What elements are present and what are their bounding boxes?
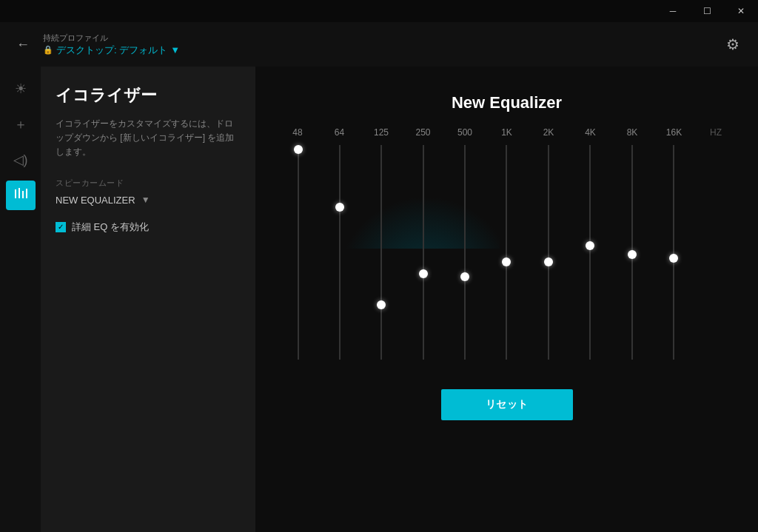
eq-sliders-area <box>278 138 737 367</box>
svg-rect-2 <box>22 191 24 198</box>
reset-button[interactable]: リセット <box>441 389 573 420</box>
speaker-mode-label: スピーカームード <box>56 178 241 189</box>
freq-label-hz: HZ <box>696 127 737 138</box>
slider-track-48hz <box>298 145 299 360</box>
slider-thumb-4khz[interactable] <box>586 241 594 250</box>
slider-48hz[interactable] <box>278 138 319 367</box>
frequency-labels: 48 64 125 250 500 1K 2K 4K 8K 16K HZ <box>278 127 737 138</box>
close-button[interactable]: ✕ <box>724 0 758 22</box>
slider-thumb-48hz[interactable] <box>294 145 303 154</box>
maximize-button[interactable]: ☐ <box>690 0 724 22</box>
plus-icon: ＋ <box>14 115 27 133</box>
eq-preset-title: New Equalizer <box>452 93 562 112</box>
slider-track-125hz <box>380 145 382 360</box>
slider-thumb-250hz[interactable] <box>419 269 428 278</box>
slider-64hz[interactable] <box>319 138 360 367</box>
profile-section: 持続プロファイル 🔒 デスクトップ: デフォルト ▼ <box>43 33 180 57</box>
sidebar-item-add[interactable]: ＋ <box>6 110 36 139</box>
slider-track-4khz <box>589 145 591 360</box>
profile-name-button[interactable]: 🔒 デスクトップ: デフォルト ▼ <box>43 44 180 57</box>
freq-label-16k: 16K <box>654 127 694 138</box>
slider-16khz[interactable] <box>653 138 694 367</box>
svg-rect-0 <box>15 189 16 198</box>
slider-2khz[interactable] <box>528 138 569 367</box>
sidebar-item-equalizer[interactable] <box>6 181 36 210</box>
back-button[interactable]: ← <box>12 33 34 55</box>
mode-value-text: NEW EQUALIZER <box>56 195 135 206</box>
slider-4khz[interactable] <box>569 138 611 367</box>
slider-track-500hz <box>464 145 466 360</box>
freq-label-8k: 8K <box>612 127 653 138</box>
panel-description: イコライザーをカスタマイズするには、ドロップダウンから [新しいイコライザー] … <box>56 117 241 160</box>
profile-chevron-icon: ▼ <box>170 44 180 55</box>
slider-track-2khz <box>548 145 549 360</box>
slider-250hz[interactable] <box>403 138 444 367</box>
settings-button[interactable]: ⚙ <box>720 31 746 58</box>
sidebar-item-audio[interactable]: ◁) <box>6 145 36 175</box>
slider-8khz[interactable] <box>611 138 652 367</box>
svg-rect-1 <box>19 188 20 198</box>
freq-label-500: 500 <box>445 127 486 138</box>
eq-enable-checkbox[interactable]: ✓ <box>56 222 66 232</box>
equalizer-icon <box>13 186 28 205</box>
slider-thumb-16khz[interactable] <box>669 254 678 263</box>
slider-track-16khz <box>673 145 674 360</box>
panel-title: イコライザー <box>56 84 241 107</box>
sidebar: ☀ ＋ ◁) <box>0 67 41 532</box>
freq-label-4k: 4K <box>570 127 611 138</box>
mode-select-dropdown[interactable]: NEW EQUALIZER ▼ <box>56 195 241 206</box>
freq-label-64: 64 <box>319 127 360 138</box>
profile-section-label: 持続プロファイル <box>43 33 180 44</box>
title-bar: ─ ☐ ✕ <box>0 0 758 22</box>
minimize-button[interactable]: ─ <box>656 0 690 22</box>
left-panel: イコライザー イコライザーをカスタマイズするには、ドロップダウンから [新しいイ… <box>41 67 255 532</box>
svg-rect-3 <box>26 189 27 198</box>
freq-label-1k: 1K <box>486 127 527 138</box>
speaker-icon: ◁) <box>13 152 28 168</box>
window-controls: ─ ☐ ✕ <box>656 0 758 22</box>
main-eq-area: New Equalizer 48 64 125 250 500 1K 2K 4K… <box>255 67 758 532</box>
sidebar-item-brightness[interactable]: ☀ <box>6 74 36 104</box>
freq-label-250: 250 <box>403 127 443 138</box>
eq-enable-label: 詳細 EQ を有効化 <box>72 220 149 234</box>
slider-thumb-2khz[interactable] <box>544 257 553 266</box>
slider-thumb-1khz[interactable] <box>502 257 511 266</box>
eq-enable-checkbox-row[interactable]: ✓ 詳細 EQ を有効化 <box>56 220 241 234</box>
slider-thumb-125hz[interactable] <box>377 300 386 309</box>
lock-icon: 🔒 <box>43 45 53 55</box>
brightness-icon: ☀ <box>15 81 27 97</box>
freq-label-2k: 2K <box>529 127 569 138</box>
slider-track-1khz <box>506 145 507 360</box>
freq-label-48: 48 <box>278 127 318 138</box>
slider-500hz[interactable] <box>444 138 486 367</box>
slider-track-250hz <box>423 145 424 360</box>
slider-thumb-500hz[interactable] <box>460 272 469 281</box>
header: ← 持続プロファイル 🔒 デスクトップ: デフォルト ▼ ⚙ <box>0 22 758 67</box>
slider-track-64hz <box>339 145 341 360</box>
slider-1khz[interactable] <box>486 138 527 367</box>
slider-thumb-64hz[interactable] <box>335 203 344 212</box>
freq-label-125: 125 <box>361 127 402 138</box>
mode-chevron-icon: ▼ <box>141 195 150 205</box>
profile-name-text: デスクトップ: デフォルト <box>56 44 167 57</box>
slider-125hz[interactable] <box>360 138 402 367</box>
slider-thumb-8khz[interactable] <box>628 250 637 259</box>
